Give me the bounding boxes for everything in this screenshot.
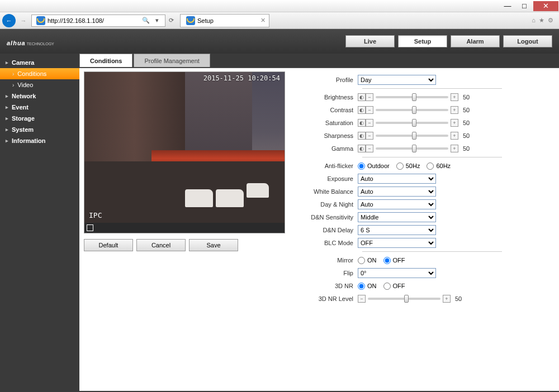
window-titlebar: — □ ✕ (0, 0, 559, 12)
plus-icon[interactable]: + (451, 106, 458, 114)
slider-track[interactable] (376, 147, 448, 150)
daynight-label: Day & Night (302, 201, 358, 208)
plus-icon[interactable]: + (451, 132, 458, 140)
browser-tab[interactable]: Setup ✕ (180, 14, 269, 27)
favorites-icon[interactable]: ★ (539, 17, 544, 24)
address-bar[interactable]: 🔍 ▾ (31, 15, 165, 27)
ie-icon (36, 16, 45, 25)
nav-alarm[interactable]: Alarm (451, 35, 500, 47)
plus-icon[interactable]: + (451, 145, 458, 152)
wb-select[interactable]: Auto (358, 187, 436, 197)
slider-value: 50 (461, 132, 472, 139)
home-icon[interactable]: ⌂ (532, 17, 536, 24)
dndelay-label: D&N Delay (302, 227, 358, 233)
slider-value: 50 (461, 119, 472, 126)
content-tabs: Conditions Profile Management (79, 54, 559, 68)
nav-logout[interactable]: Logout (503, 35, 552, 47)
blc-select[interactable]: OFF (358, 238, 436, 248)
sidebar-sub-conditions[interactable]: Conditions (0, 68, 79, 79)
nav-live[interactable]: Live (345, 35, 395, 47)
forward-button[interactable]: → (17, 14, 30, 27)
profile-label: Profile (302, 77, 358, 83)
wb-label: White Balance (302, 188, 358, 195)
blc-label: BLC Mode (302, 240, 358, 246)
slider-track[interactable] (376, 96, 448, 98)
minus-icon[interactable]: − (366, 119, 373, 127)
minus-icon[interactable]: − (366, 93, 373, 101)
slider-value: 50 (461, 145, 472, 152)
plus-icon[interactable]: + (443, 295, 451, 303)
antiflicker-50hz[interactable]: 50Hz (396, 162, 420, 170)
slider-minus-icon[interactable]: ◐ (358, 119, 366, 127)
tab-close-icon[interactable]: ✕ (260, 17, 266, 24)
osd-watermark: IPC (89, 211, 102, 219)
sidebar-item-system[interactable]: System (0, 124, 79, 135)
plus-icon[interactable]: + (451, 93, 458, 101)
slider-track[interactable] (376, 122, 448, 124)
slider-label: Gamma (302, 145, 358, 152)
nr-off[interactable]: OFF (383, 283, 405, 290)
minus-icon[interactable]: − (366, 106, 373, 114)
mirror-on[interactable]: ON (358, 257, 377, 264)
flip-label: Flip (302, 270, 358, 276)
antiflicker-label: Anti-flicker (302, 162, 358, 169)
slider-label: Brightness (302, 94, 358, 101)
search-icon[interactable]: 🔍 (140, 17, 151, 24)
tools-icon[interactable]: ⚙ (548, 17, 553, 24)
plus-icon[interactable]: + (451, 119, 458, 127)
cancel-button[interactable]: Cancel (136, 239, 186, 251)
sidebar-item-event[interactable]: Event (0, 102, 79, 113)
slider-value: 50 (461, 94, 472, 101)
nrlevel-slider[interactable] (368, 298, 440, 300)
minus-icon[interactable]: − (366, 145, 373, 152)
dnsens-select[interactable]: Middle (358, 212, 436, 222)
top-nav: Live Setup Alarm Logout (345, 35, 552, 47)
slider-minus-icon[interactable]: ◐ (358, 132, 366, 140)
dropdown-icon[interactable]: ▾ (151, 17, 163, 24)
back-button[interactable]: ← (2, 14, 16, 27)
video-preview: 2015-11-25 10:20:54 IPC (84, 71, 285, 233)
antiflicker-outdoor[interactable]: Outdoor (358, 162, 390, 170)
slider-minus-icon[interactable]: ◐ (358, 145, 366, 152)
tab-profile-mgmt[interactable]: Profile Management (134, 54, 210, 67)
browser-toolbar: ← → 🔍 ▾ ⟳ Setup ✕ ⌂ ★ ⚙ (0, 12, 559, 29)
slider-track[interactable] (376, 109, 448, 111)
default-button[interactable]: Default (84, 239, 133, 251)
slider-minus-icon[interactable]: ◐ (358, 93, 366, 101)
close-button[interactable]: ✕ (533, 1, 558, 11)
nav-setup[interactable]: Setup (398, 35, 447, 47)
slider-value: 50 (461, 107, 472, 113)
fullscreen-icon[interactable] (87, 224, 93, 231)
url-input[interactable] (48, 17, 140, 24)
minus-icon[interactable]: − (366, 132, 373, 140)
exposure-select[interactable]: Auto (358, 174, 436, 184)
daynight-select[interactable]: Auto (358, 199, 436, 209)
sidebar-item-camera[interactable]: Camera (0, 57, 79, 68)
flip-select[interactable]: 0° (358, 268, 436, 278)
dnsens-label: D&N Sensitivity (302, 214, 358, 221)
minus-icon[interactable]: − (358, 295, 366, 303)
profile-select[interactable]: Day (358, 75, 436, 85)
maximize-button[interactable]: □ (517, 1, 532, 11)
tab-title: Setup (197, 17, 214, 24)
ie-icon (186, 16, 195, 25)
minimize-button[interactable]: — (500, 1, 515, 11)
save-button[interactable]: Save (189, 239, 238, 251)
slider-label: Saturation (302, 119, 358, 126)
refresh-button[interactable]: ⟳ (165, 17, 177, 24)
sidebar-item-information[interactable]: Information (0, 135, 79, 146)
mirror-off[interactable]: OFF (383, 257, 405, 264)
slider-label: Sharpness (302, 132, 358, 139)
antiflicker-60hz[interactable]: 60Hz (427, 162, 451, 170)
sidebar: Camera Conditions Video Network Event St… (0, 54, 79, 392)
sidebar-sub-video[interactable]: Video (0, 79, 79, 90)
tab-conditions[interactable]: Conditions (79, 54, 132, 67)
dndelay-select[interactable]: 6 S (358, 225, 436, 235)
slider-minus-icon[interactable]: ◐ (358, 106, 366, 114)
nr-on[interactable]: ON (358, 283, 377, 290)
sidebar-item-network[interactable]: Network (0, 90, 79, 102)
mirror-label: Mirror (302, 257, 358, 264)
sidebar-item-storage[interactable]: Storage (0, 113, 79, 124)
settings-form: ProfileDay Brightness◐−+50Contrast◐−+50S… (302, 71, 555, 388)
slider-track[interactable] (376, 135, 448, 137)
